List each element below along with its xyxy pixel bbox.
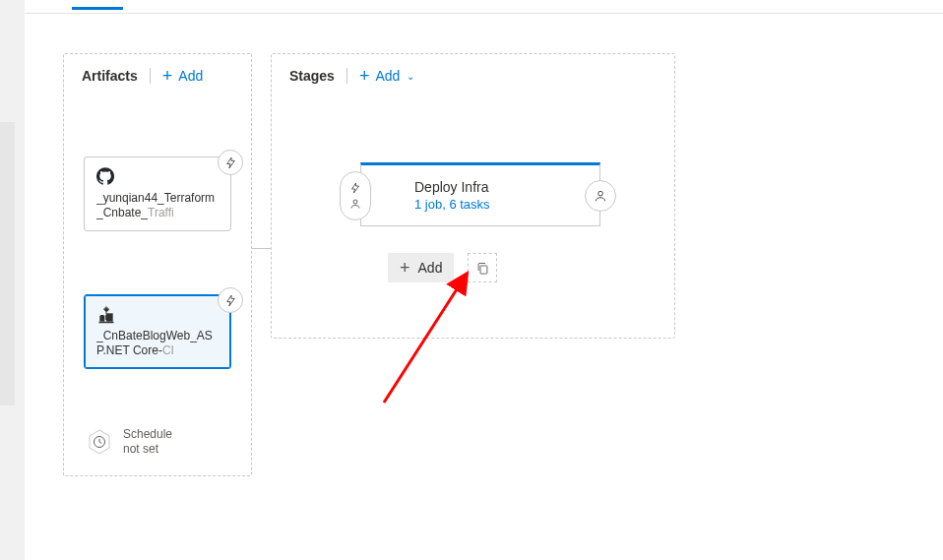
svg-rect-6: [480, 266, 487, 274]
person-icon: [349, 198, 361, 210]
chevron-down-icon: ⌄: [407, 71, 414, 82]
artifact-name: _CnBateBlogWeb_ASP.NET Core-CI: [96, 329, 220, 358]
add-stage-below-label: Add: [418, 260, 443, 276]
lightning-icon: [224, 294, 237, 307]
add-stage-label: Add: [375, 68, 400, 84]
clone-stage-button[interactable]: [468, 253, 497, 282]
artifacts-panel: Artifacts + Add _yunqian44_Terraform_Cnb…: [63, 53, 252, 476]
release-pipeline-editor: Artifacts + Add _yunqian44_Terraform_Cnb…: [0, 0, 943, 560]
artifact-trigger-button[interactable]: [218, 287, 243, 313]
artifact-trigger-button[interactable]: [218, 150, 243, 175]
copy-icon: [475, 261, 490, 276]
lightning-icon: [224, 156, 237, 169]
stage-title: Deploy Infra: [414, 179, 554, 195]
active-tab-indicator: [72, 7, 123, 10]
pre-deployment-conditions[interactable]: [340, 171, 371, 220]
left-sidebar-thumb: [0, 122, 15, 405]
left-sidebar-stub: [0, 0, 25, 560]
svg-point-4: [353, 200, 357, 204]
github-icon: [96, 167, 114, 185]
divider: [346, 68, 347, 84]
add-artifact-label: Add: [178, 68, 203, 84]
plus-icon: +: [162, 69, 173, 83]
post-deployment-conditions[interactable]: [585, 180, 616, 212]
artifact-card[interactable]: _CnBateBlogWeb_ASP.NET Core-CI: [84, 294, 231, 369]
person-icon: [594, 189, 607, 203]
add-artifact-button[interactable]: + Add: [162, 68, 203, 84]
build-icon: [96, 305, 114, 323]
svg-point-5: [598, 191, 603, 196]
artifacts-panel-header: Artifacts + Add: [64, 54, 251, 90]
stages-panel: Stages + Add ⌄ Deploy Infra 1 job, 6: [271, 53, 675, 339]
stages-panel-header: Stages + Add ⌄: [272, 54, 674, 90]
schedule-trigger[interactable]: Schedule not set: [86, 427, 172, 456]
plus-icon: +: [359, 69, 370, 83]
artifact-name: _yunqian44_Terraform_Cnbate_Traffi: [96, 191, 220, 220]
artifacts-title: Artifacts: [82, 68, 138, 84]
clock-hex-icon: [86, 428, 113, 456]
divider: [150, 68, 151, 84]
stage-card[interactable]: Deploy Infra 1 job, 6 tasks: [360, 162, 600, 226]
tab-strip: [25, 0, 943, 14]
schedule-label: Schedule not set: [123, 427, 172, 456]
lightning-icon: [349, 182, 361, 194]
stages-title: Stages: [289, 68, 335, 84]
add-stage-below-button[interactable]: + Add: [388, 253, 454, 282]
plus-icon: +: [400, 261, 410, 275]
add-stage-dropdown[interactable]: + Add ⌄: [359, 68, 414, 84]
pipeline-canvas: Artifacts + Add _yunqian44_Terraform_Cnb…: [63, 53, 923, 492]
stage-tasks-link[interactable]: 1 job, 6 tasks: [414, 197, 554, 212]
svg-rect-1: [106, 313, 113, 321]
artifact-card[interactable]: _yunqian44_Terraform_Cnbate_Traffi: [84, 156, 231, 231]
svg-rect-0: [99, 316, 104, 322]
stage-add-row: + Add: [388, 253, 497, 282]
